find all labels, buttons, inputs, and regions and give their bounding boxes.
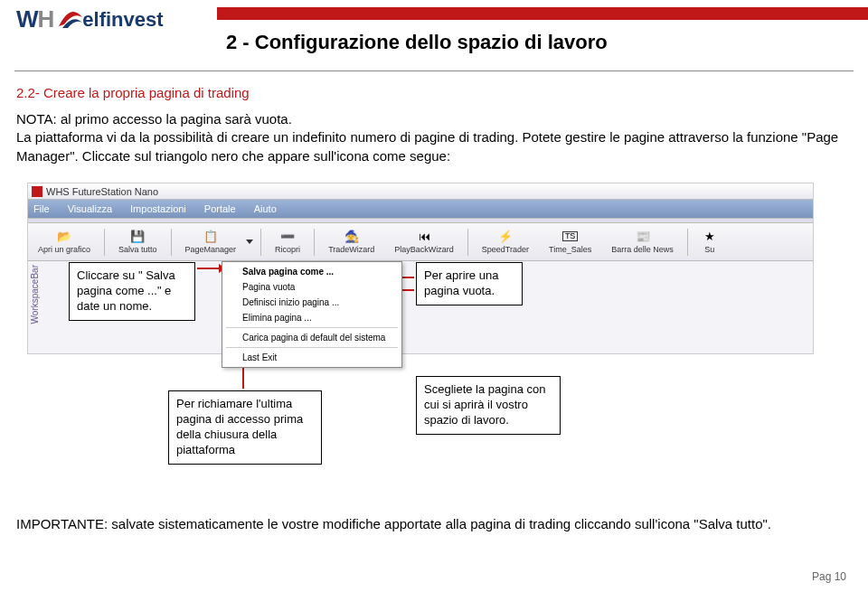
arrow-icon — [197, 268, 219, 269]
toolbar-label: Ricopri — [275, 245, 300, 254]
toolbar-label: Barra delle News — [611, 245, 674, 254]
page-manager-icon: 📋 — [203, 230, 218, 242]
time-sales-icon: TS — [562, 231, 579, 241]
page-manager-menu: Salva pagina come ... Pagina vuota Defin… — [222, 261, 402, 368]
menu-bar: File Visualizza Impostazioni Portale Aiu… — [28, 200, 813, 218]
menu-sep — [226, 327, 398, 328]
menu-visualizza[interactable]: Visualizza — [68, 203, 112, 214]
toolbar-barra-news[interactable]: 📰 Barra delle News — [605, 225, 680, 259]
callout-text: Per richiamare l'ultima pagina di access… — [176, 397, 303, 456]
window-title-bar: WHS FutureStation Nano — [28, 183, 813, 200]
toolbar-label: PlayBackWizard — [394, 245, 454, 254]
callout-text: Scegliete la pagina con cui si aprirà il… — [424, 382, 545, 427]
important-note: IMPORTANTE: salvate sistematicamente le … — [16, 515, 848, 533]
playback-icon: ⏮ — [419, 230, 430, 242]
toolbar-label: SpeedTrader — [482, 245, 529, 254]
toolbar: 📂 Apri un grafico 💾 Salva tutto 📋 PageMa… — [28, 223, 813, 261]
menu-salva-pagina-come[interactable]: Salva pagina come ... — [222, 264, 401, 279]
toolbar-page-manager[interactable]: 📋 PageManager — [179, 225, 243, 259]
menu-carica-default[interactable]: Carica pagina di default del sistema — [222, 330, 401, 345]
wizard-icon: 🧙 — [344, 230, 359, 242]
toolbar-label: Time_Sales — [549, 245, 591, 254]
menu-aiuto[interactable]: Aiuto — [254, 203, 277, 214]
toolbar-sep — [171, 229, 172, 256]
speed-icon: ⚡ — [498, 230, 513, 242]
callout-last-exit: Per richiamare l'ultima pagina di access… — [168, 390, 322, 465]
menu-file[interactable]: File — [33, 203, 50, 214]
menu-impostazioni[interactable]: Impostazioni — [130, 203, 186, 214]
toolbar-salva-tutto[interactable]: 💾 Salva tutto — [112, 225, 164, 259]
folder-open-icon: 📂 — [57, 230, 71, 242]
menu-last-exit[interactable]: Last Exit — [222, 350, 401, 365]
toolbar-label: TradeWizard — [328, 245, 374, 254]
toolbar-label: PageManager — [185, 245, 237, 254]
body-paragraph: NOTA: al primo accesso la pagina sarà vu… — [16, 110, 848, 165]
logo: WH elfinvest — [16, 5, 164, 33]
app-icon — [32, 186, 42, 197]
toolbar-label: Apri un grafico — [38, 245, 90, 254]
minus-icon: ➖ — [280, 230, 295, 242]
callout-text: Cliccare su " Salva pagina come ..." e d… — [77, 268, 175, 313]
toolbar-sep — [467, 229, 468, 256]
horizontal-rule — [14, 70, 854, 71]
save-icon: 💾 — [130, 230, 145, 242]
toolbar-sep — [687, 229, 688, 256]
logo-text-w: W — [16, 5, 38, 33]
toolbar-trade-wizard[interactable]: 🧙 TradeWizard — [322, 225, 381, 259]
toolbar-su[interactable]: ★ Su — [695, 225, 724, 259]
news-icon: 📰 — [636, 230, 650, 242]
callout-pagina-vuota: Per aprire una pagina vuota. — [416, 262, 523, 305]
toolbar-time-sales[interactable]: TS Time_Sales — [542, 225, 598, 259]
toolbar-speed-trader[interactable]: ⚡ SpeedTrader — [476, 225, 535, 259]
section-subtitle: 2.2- Creare la propria pagina di trading — [16, 85, 250, 100]
menu-definisci-inizio[interactable]: Definisci inizio pagina ... — [222, 295, 401, 310]
page-number: Pag 10 — [812, 570, 846, 583]
chevron-down-icon[interactable] — [246, 240, 253, 244]
section-title: 2 - Configurazione dello spazio di lavor… — [226, 31, 608, 54]
star-icon: ★ — [704, 230, 715, 242]
toolbar-apri-grafico[interactable]: 📂 Apri un grafico — [32, 225, 97, 259]
callout-scegliete-pagina: Scegliete la pagina con cui si aprirà il… — [416, 376, 561, 435]
logo-text-brand: elfinvest — [82, 8, 163, 32]
toolbar-label: Salva tutto — [118, 245, 157, 254]
callout-text: Per aprire una pagina vuota. — [424, 268, 498, 297]
menu-elimina-pagina[interactable]: Elimina pagina ... — [222, 310, 401, 325]
window-title: WHS FutureStation Nano — [46, 186, 158, 197]
logo-swoosh-icon — [57, 6, 84, 33]
toolbar-sep — [314, 229, 315, 256]
toolbar-ricopri[interactable]: ➖ Ricopri — [269, 225, 307, 259]
menu-pagina-vuota[interactable]: Pagina vuota — [222, 279, 401, 295]
toolbar-sep — [104, 229, 105, 256]
toolbar-playback-wizard[interactable]: ⏮ PlayBackWizard — [388, 225, 460, 259]
toolbar-label: Su — [704, 245, 714, 254]
toolbar-sep — [260, 229, 261, 256]
red-header-strip — [217, 7, 868, 20]
logo-text-h: H — [38, 5, 54, 33]
callout-salva-pagina: Cliccare su " Salva pagina come ..." e d… — [69, 262, 195, 321]
menu-sep — [226, 347, 398, 348]
workspace-bar-label: WorkspaceBar — [30, 265, 40, 324]
menu-portale[interactable]: Portale — [204, 203, 236, 214]
